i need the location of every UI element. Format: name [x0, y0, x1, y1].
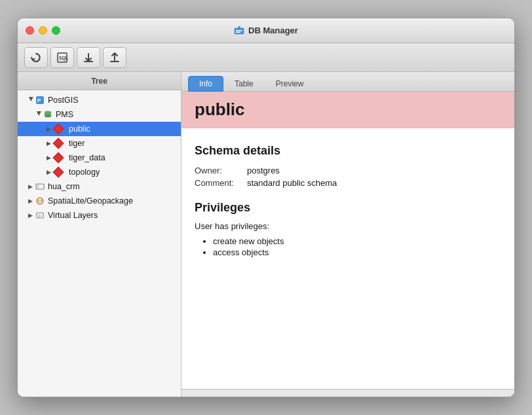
- sidebar-item-pms-label: PMS: [56, 110, 73, 119]
- import-button[interactable]: [77, 47, 100, 68]
- expand-arrow: ▶: [47, 154, 53, 161]
- topology-schema-icon: [53, 167, 64, 177]
- minimize-button[interactable]: [39, 26, 47, 35]
- postgis-icon: P: [35, 95, 45, 105]
- sidebar-item-virtual-label: Virtual Layers: [48, 211, 98, 220]
- tree-header: Tree: [18, 72, 181, 90]
- content-body: Schema details Owner: postgres Comment: …: [181, 128, 514, 269]
- schema-details-heading: Schema details: [195, 144, 501, 158]
- export-button[interactable]: [103, 47, 126, 68]
- svg-point-3: [238, 26, 240, 28]
- owner-label: Owner:: [195, 166, 247, 175]
- sidebar-item-pms[interactable]: ▶ PMS: [18, 107, 181, 122]
- privilege-item-2: access objects: [213, 247, 501, 257]
- svg-point-14: [45, 115, 51, 117]
- sidebar-item-spatialite-label: SpatiaLite/Geopackage: [48, 196, 133, 206]
- sidebar-item-topology-label: topology: [69, 168, 100, 177]
- sidebar: Tree ▶ P PostGIS ▶: [18, 72, 181, 397]
- main-window: DB Manager SQL: [17, 18, 515, 397]
- sidebar-item-hua-crm-label: hua_crm: [48, 182, 80, 191]
- expand-arrow: ▶: [47, 126, 53, 132]
- owner-value: postgres: [247, 166, 280, 175]
- expand-arrow: ▶: [28, 97, 35, 103]
- app-icon: [234, 26, 244, 36]
- expand-arrow: ▶: [28, 212, 35, 219]
- schema-details-table: Owner: postgres Comment: standard public…: [195, 166, 501, 188]
- toolbar: SQL: [18, 43, 514, 72]
- tab-info[interactable]: Info: [188, 76, 223, 92]
- svg-text:P: P: [37, 98, 41, 103]
- sidebar-item-topology[interactable]: ▶ topology: [18, 165, 181, 179]
- svg-rect-2: [236, 31, 240, 33]
- maximize-button[interactable]: [52, 26, 60, 35]
- titlebar: DB Manager: [18, 18, 514, 43]
- privileges-list: create new objects access objects: [195, 236, 501, 257]
- sidebar-item-hua-crm[interactable]: ▶ hua_crm: [18, 179, 181, 194]
- comment-row: Comment: standard public schema: [195, 178, 501, 188]
- sql-icon: SQL: [56, 52, 68, 63]
- sidebar-item-public-label: public: [69, 124, 90, 134]
- schema-title: public: [195, 99, 501, 120]
- sql-button[interactable]: SQL: [50, 47, 74, 68]
- tiger-schema-icon: [53, 138, 64, 149]
- sidebar-item-tiger-data[interactable]: ▶ tiger_data: [18, 151, 181, 165]
- pms-db-icon: [43, 109, 53, 120]
- expand-arrow: ▶: [47, 140, 53, 147]
- spatialite-icon: [35, 196, 45, 206]
- tab-preview[interactable]: Preview: [265, 76, 315, 92]
- refresh-button[interactable]: [24, 47, 48, 68]
- titlebar-title: DB Manager: [234, 26, 298, 36]
- expand-arrow: ▶: [36, 111, 43, 118]
- window-title: DB Manager: [248, 26, 298, 35]
- import-icon: [83, 52, 94, 63]
- sidebar-item-public[interactable]: ▶ public: [18, 122, 181, 136]
- sidebar-item-tiger-label: tiger: [69, 139, 85, 148]
- sidebar-item-tiger[interactable]: ▶ tiger: [18, 136, 181, 151]
- tabs: Info Table Preview: [181, 72, 514, 92]
- refresh-icon: [30, 52, 42, 63]
- privileges-heading: Privileges: [195, 201, 501, 215]
- expand-arrow: ▶: [28, 183, 35, 190]
- horizontal-scrollbar[interactable]: [181, 389, 514, 397]
- tab-table[interactable]: Table: [223, 76, 265, 92]
- sidebar-item-virtual[interactable]: ▶ Virtual Layers: [18, 208, 181, 223]
- sidebar-item-postgis-label: PostGIS: [48, 96, 79, 105]
- main-content: Tree ▶ P PostGIS ▶: [18, 72, 514, 397]
- comment-label: Comment:: [195, 178, 247, 188]
- owner-row: Owner: postgres: [195, 166, 501, 175]
- close-button[interactable]: [26, 26, 34, 35]
- sidebar-item-postgis[interactable]: ▶ P PostGIS: [18, 93, 181, 107]
- public-schema-icon: [53, 124, 64, 134]
- privilege-item-1: create new objects: [213, 236, 501, 246]
- hua-crm-icon: [35, 181, 45, 192]
- svg-rect-1: [236, 30, 242, 31]
- schema-title-section: public: [181, 92, 514, 128]
- comment-value: standard public schema: [247, 178, 337, 188]
- tree: ▶ P PostGIS ▶: [18, 90, 181, 397]
- sidebar-item-spatialite[interactable]: ▶ SpatiaLite/Geopackage: [18, 194, 181, 208]
- export-icon: [109, 52, 121, 63]
- tiger-data-schema-icon: [53, 153, 64, 163]
- expand-arrow: ▶: [28, 198, 35, 204]
- svg-rect-15: [36, 184, 44, 189]
- right-panel: Info Table Preview public Schema details: [181, 72, 514, 397]
- sidebar-item-tiger-data-label: tiger_data: [69, 153, 105, 162]
- svg-text:SQL: SQL: [59, 56, 68, 61]
- content-area: public Schema details Owner: postgres Co…: [181, 92, 514, 389]
- expand-arrow: ▶: [47, 169, 53, 175]
- traffic-lights: [26, 26, 60, 35]
- virtual-icon: [35, 210, 45, 221]
- privileges-intro: User has privileges:: [195, 221, 501, 231]
